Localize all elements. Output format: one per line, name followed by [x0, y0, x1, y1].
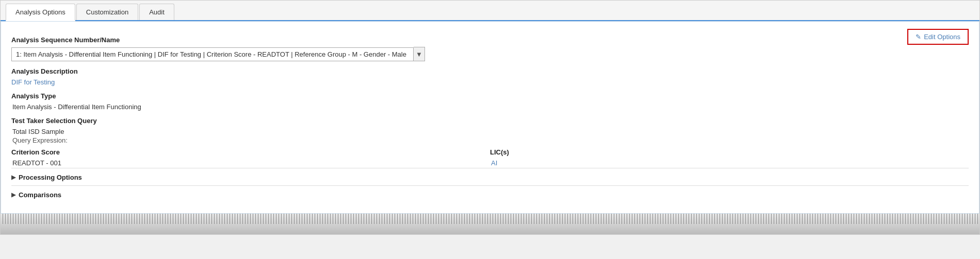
processing-options-section: ▶ Processing Options [11, 168, 969, 185]
main-content: ✎ Edit Options Analysis Sequence Number/… [1, 21, 979, 214]
tab-customization[interactable]: Customization [76, 4, 138, 20]
analysis-sequence-dropdown-container: 1: Item Analysis - Differential Item Fun… [11, 47, 969, 61]
analysis-description-label: Analysis Description [11, 67, 969, 75]
criterion-score-value: READTOT - 001 [11, 159, 490, 167]
analysis-sequence-select[interactable]: 1: Item Analysis - Differential Item Fun… [11, 47, 414, 61]
page-container: Analysis Options Customization Audit ✎ E… [0, 0, 980, 235]
tabs-bar: Analysis Options Customization Audit [1, 1, 979, 21]
comparisons-chevron: ▶ [11, 192, 15, 198]
query-expression-label: Query Expression: [11, 136, 969, 144]
criterion-score-col: Criterion Score READTOT - 001 [11, 148, 490, 168]
processing-options-header[interactable]: ▶ Processing Options [11, 174, 969, 181]
lic-col: LIC(s) AI [490, 148, 969, 168]
test-taker-selection-label: Test Taker Selection Query [11, 117, 969, 125]
comparisons-section: ▶ Comparisons [11, 185, 969, 203]
tab-audit[interactable]: Audit [139, 4, 174, 20]
criterion-lic-row: Criterion Score READTOT - 001 LIC(s) AI [11, 148, 969, 168]
criterion-score-label: Criterion Score [11, 148, 490, 156]
edit-options-button[interactable]: ✎ Edit Options [907, 29, 969, 45]
comparisons-label: Comparisons [19, 191, 61, 199]
test-taker-selection-value: Total ISD Sample [11, 128, 969, 135]
lic-label: LIC(s) [490, 148, 969, 156]
bottom-decoration [1, 214, 979, 234]
analysis-sequence-label: Analysis Sequence Number/Name [11, 36, 969, 44]
analysis-type-label: Analysis Type [11, 92, 969, 100]
edit-icon: ✎ [916, 33, 921, 41]
comparisons-header[interactable]: ▶ Comparisons [11, 191, 969, 199]
analysis-description-value: DIF for Testing [11, 78, 969, 86]
processing-options-label: Processing Options [19, 174, 82, 181]
tab-analysis-options[interactable]: Analysis Options [6, 4, 75, 21]
dropdown-arrow-icon[interactable]: ▼ [414, 47, 425, 61]
lic-value: AI [490, 159, 969, 167]
analysis-type-value: Item Analysis - Differential Item Functi… [11, 103, 969, 111]
processing-options-chevron: ▶ [11, 174, 15, 181]
